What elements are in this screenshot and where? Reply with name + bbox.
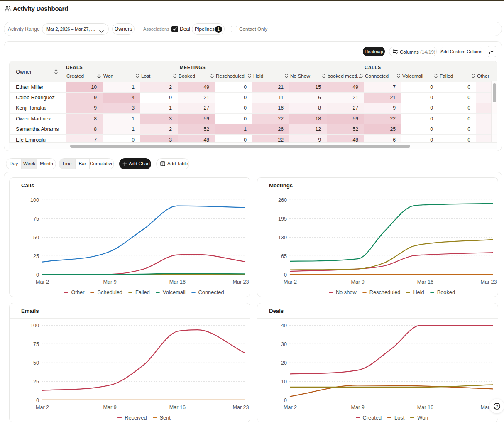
svg-text:100: 100: [30, 197, 39, 203]
svg-text:Mar 2: Mar 2: [284, 279, 297, 285]
svg-text:25: 25: [33, 253, 39, 259]
svg-text:75: 75: [33, 216, 39, 222]
svg-text:10: 10: [281, 379, 287, 385]
svg-text:130: 130: [278, 235, 287, 240]
svg-text:Mar 2: Mar 2: [36, 279, 49, 285]
svg-text:Mar 23: Mar 23: [480, 279, 497, 285]
svg-text:Mar 2: Mar 2: [284, 405, 297, 410]
svg-text:Mar 9: Mar 9: [103, 279, 117, 285]
svg-text:Mar 2: Mar 2: [36, 405, 49, 410]
svg-text:Mar 16: Mar 16: [417, 279, 433, 285]
svg-text:50: 50: [33, 235, 39, 240]
svg-text:260: 260: [278, 197, 287, 203]
svg-text:Mar 9: Mar 9: [351, 405, 365, 410]
svg-text:0: 0: [36, 397, 39, 403]
svg-text:20: 20: [281, 360, 287, 366]
svg-text:30: 30: [281, 341, 287, 347]
svg-text:0: 0: [284, 397, 287, 403]
svg-text:195: 195: [278, 216, 287, 222]
svg-text:50: 50: [33, 360, 39, 366]
svg-text:0: 0: [284, 272, 287, 278]
svg-text:Mar 16: Mar 16: [417, 405, 433, 410]
svg-text:25: 25: [33, 379, 39, 385]
svg-text:Mar 16: Mar 16: [169, 405, 186, 410]
svg-text:Mar 23: Mar 23: [232, 279, 249, 285]
svg-text:40: 40: [281, 323, 287, 329]
svg-text:?: ?: [495, 404, 498, 408]
svg-text:0: 0: [36, 272, 39, 278]
svg-text:Mar 23: Mar 23: [232, 405, 249, 410]
svg-text:75: 75: [33, 341, 39, 347]
svg-text:100: 100: [30, 323, 39, 329]
svg-text:Mar 9: Mar 9: [351, 279, 365, 285]
svg-text:Mar 16: Mar 16: [169, 279, 186, 285]
svg-text:65: 65: [281, 253, 287, 259]
svg-text:Mar 9: Mar 9: [103, 405, 117, 410]
